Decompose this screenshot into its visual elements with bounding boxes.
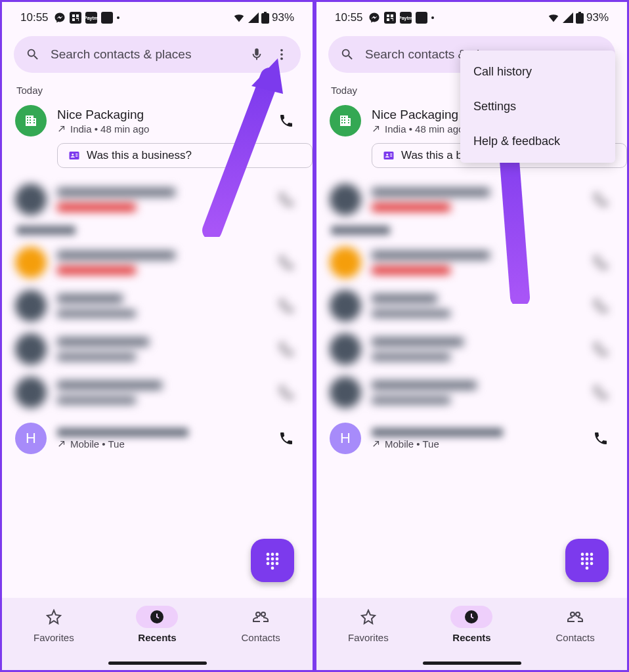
search-bar[interactable]: Search contacts & places [14,36,301,73]
status-bar: 10:55 Paytm 93% [316,2,627,31]
svg-point-31 [586,562,589,565]
blurred-call-row[interactable] [2,172,313,215]
avatar-blurred [15,333,47,365]
nav-favorites[interactable]: Favorites [14,606,93,643]
call-name: Nice Packaging [57,108,263,122]
nav-recents[interactable]: Recents [432,606,511,643]
svg-point-6 [280,53,283,56]
svg-point-26 [590,553,594,556]
svg-point-27 [581,557,584,560]
svg-rect-4 [261,13,269,24]
blurred-call-row[interactable] [2,322,313,365]
contact-card-icon [383,150,395,161]
dialpad-icon [263,551,282,570]
nav-contacts[interactable]: Contacts [536,606,615,643]
svg-point-5 [280,49,283,52]
avatar-blurred [15,184,47,215]
blurred-call-row-last[interactable]: H Mobile • Tue [2,408,313,454]
messenger-icon [54,12,66,24]
blurred-call-row[interactable] [316,172,627,215]
svg-point-28 [586,557,589,560]
call-subtitle: Mobile • Tue [372,438,577,450]
outgoing-call-arrow-icon [57,439,66,448]
people-icon [567,609,584,625]
blurred-call-row[interactable] [2,235,313,278]
avatar-blurred [330,184,361,215]
menu-help-feedback[interactable]: Help & feedback [460,124,615,159]
nav-label: Contacts [556,632,595,643]
status-more-icon [117,16,119,19]
svg-point-24 [581,553,584,556]
svg-rect-20 [391,14,393,17]
call-button[interactable] [273,113,299,129]
battery-percent: 93% [272,11,294,24]
nav-contacts[interactable]: Contacts [221,606,300,643]
svg-rect-3 [264,12,267,13]
star-icon [360,609,376,625]
messenger-icon [368,12,380,24]
status-time: 10:55 [335,11,363,24]
svg-point-14 [267,562,270,565]
blurred-section [316,215,627,235]
svg-point-7 [280,58,283,60]
avatar-letter-h: H [330,423,361,454]
svg-point-8 [267,553,270,556]
blurred-call-row[interactable] [316,322,627,365]
nav-recents[interactable]: Recents [118,606,196,643]
avatar-business [330,105,361,136]
blurred-call-row[interactable] [2,278,313,322]
more-vert-icon[interactable] [274,47,289,62]
business-chip[interactable]: Was this a business? [57,143,313,168]
status-app-icon-1 [384,12,396,24]
svg-point-11 [267,557,270,560]
outgoing-call-arrow-icon [372,124,381,133]
svg-point-12 [271,557,274,560]
nav-favorites[interactable]: Favorites [329,606,408,643]
wifi-icon [232,12,246,23]
battery-icon [261,12,269,24]
svg-point-33 [586,566,589,570]
menu-call-history[interactable]: Call history [460,54,615,89]
nav-label: Recents [138,632,176,643]
svg-point-29 [590,557,594,560]
avatar-business [15,105,47,136]
call-row-nice-packaging[interactable]: Nice Packaging India • 48 min ago [2,96,313,136]
clock-icon [149,609,165,625]
blurred-call-row[interactable] [316,365,627,408]
blurred-call-row[interactable] [316,278,627,322]
section-today: Today [2,78,313,96]
dialpad-fab[interactable] [565,539,609,582]
svg-rect-19 [387,14,389,17]
avatar-blurred [330,247,361,278]
svg-point-15 [271,562,274,565]
chip-label: Was this a business? [87,149,192,162]
building-icon [337,113,353,129]
menu-settings[interactable]: Settings [460,89,615,124]
dialpad-fab[interactable] [251,539,294,582]
status-app-icon-3 [416,12,427,24]
outgoing-call-arrow-icon [57,124,66,133]
avatar-blurred [15,290,47,322]
blurred-call-row[interactable] [2,365,313,408]
svg-rect-1 [76,14,79,17]
status-more-icon [431,16,434,19]
blurred-call-row-last[interactable]: H Mobile • Tue [316,408,627,454]
phone-screen-left: 10:55 Paytm 93% Search contacts & places… [0,0,314,672]
people-icon [252,609,269,625]
status-app-icon-2: Paytm [400,12,412,24]
gesture-bar [108,662,207,665]
svg-point-13 [276,557,279,560]
blurred-section [2,215,313,235]
svg-rect-0 [72,14,75,17]
avatar-letter-h: H [15,423,47,454]
svg-point-16 [276,562,279,565]
overflow-menu: Call history Settings Help & feedback [460,51,615,163]
search-icon [26,47,40,62]
bottom-nav: Favorites Recents Contacts [316,598,627,670]
blurred-call-row[interactable] [316,235,627,278]
mic-icon[interactable] [249,47,264,62]
phone-screen-right: 10:55 Paytm 93% Search contacts & places… [314,0,629,672]
search-placeholder: Search contacts & places [51,47,239,62]
call-subtitle: India • 48 min ago [57,123,263,135]
svg-point-9 [271,553,274,556]
